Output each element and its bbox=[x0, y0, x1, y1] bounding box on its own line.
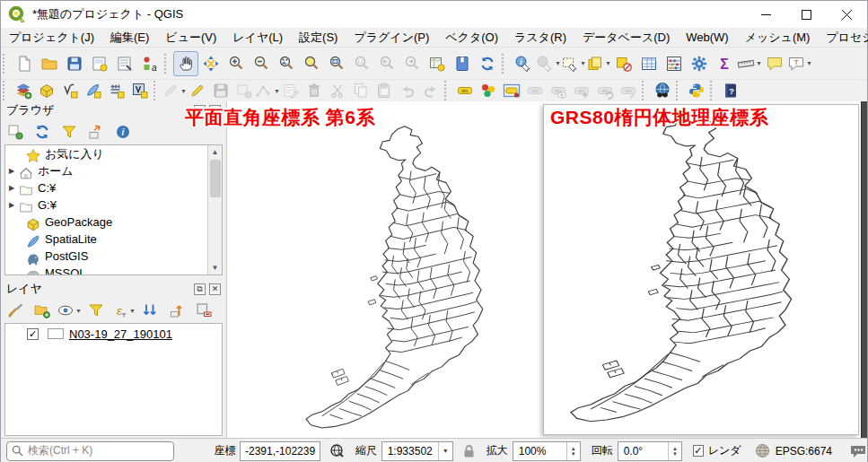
browser-item-[interactable]: ▶ホーム bbox=[5, 162, 222, 179]
menu-l[interactable]: レイヤ(L) bbox=[224, 28, 291, 48]
pin-labels-button[interactable] bbox=[500, 81, 523, 100]
crs-globe-icon[interactable] bbox=[755, 443, 770, 458]
menu-p[interactable]: プラグイン(P) bbox=[346, 28, 437, 48]
scale-combobox[interactable]: 1:933502 ▼ bbox=[381, 441, 453, 461]
menu-d[interactable]: データベース(D) bbox=[574, 28, 678, 48]
scroll-down-icon[interactable]: ▼ bbox=[208, 261, 222, 275]
layer-name[interactable]: N03-19_27_190101 bbox=[69, 327, 172, 341]
coordinate-input[interactable]: -2391,-102239 bbox=[240, 441, 320, 461]
map-canvas[interactable] bbox=[226, 101, 861, 438]
filter-legend-button[interactable] bbox=[85, 300, 107, 321]
new-print-layout-button[interactable] bbox=[87, 51, 112, 76]
style-manager-button[interactable]: a bbox=[137, 51, 162, 76]
add-vector-layer-button[interactable] bbox=[58, 81, 82, 100]
select-by-form-button[interactable]: ▼ bbox=[586, 51, 611, 76]
measure-button[interactable]: ▼ bbox=[737, 51, 762, 76]
zoom-to-layer-button[interactable] bbox=[324, 51, 349, 76]
menu-r[interactable]: ラスタ(R) bbox=[506, 28, 574, 48]
data-source-manager-button[interactable] bbox=[12, 81, 35, 100]
browser-item-spatialite[interactable]: SpatiaLite bbox=[5, 231, 222, 248]
scale-dropdown-icon[interactable]: ▼ bbox=[438, 442, 452, 460]
python-console-button[interactable] bbox=[685, 81, 708, 100]
collapse-all-button[interactable] bbox=[166, 300, 188, 321]
toolbar-drag-handle[interactable] bbox=[3, 81, 10, 100]
filter-by-expression-dropdown-icon[interactable]: ▼ bbox=[129, 308, 136, 314]
map-view-2-window[interactable] bbox=[543, 104, 859, 435]
extent-icon[interactable] bbox=[329, 443, 345, 458]
manage-map-themes-dropdown-icon[interactable]: ▼ bbox=[75, 308, 82, 314]
browser-scrollbar[interactable]: ▲ ▼ bbox=[207, 145, 222, 275]
minimize-button[interactable] bbox=[746, 1, 786, 28]
toggle-editing-button[interactable] bbox=[186, 81, 209, 100]
refresh-map-button[interactable] bbox=[475, 51, 500, 76]
osm-place-search-button[interactable] bbox=[651, 81, 674, 100]
collapse-all-browser-button[interactable] bbox=[85, 121, 107, 143]
zoom-out-button[interactable] bbox=[249, 51, 274, 76]
render-checkbox[interactable]: ✓ bbox=[693, 445, 704, 457]
layout-manager-button[interactable] bbox=[112, 51, 137, 76]
refresh-browser-button[interactable] bbox=[31, 121, 53, 143]
browser-item-c[interactable]: ▶C:¥ bbox=[5, 179, 222, 196]
text-annotation-dropdown-icon[interactable]: ▼ bbox=[806, 60, 812, 66]
spatial-bookmarks-button[interactable] bbox=[450, 51, 475, 76]
measure-dropdown-icon[interactable]: ▼ bbox=[756, 60, 762, 66]
properties-info-button[interactable]: i bbox=[112, 121, 134, 143]
spinner-arrows-icon[interactable]: ▲▼ bbox=[668, 442, 681, 460]
select-features-button[interactable]: ▼ bbox=[561, 51, 586, 76]
help-contents-button[interactable]: ? bbox=[719, 81, 742, 100]
search-input[interactable]: 検索(Ctrl + K) bbox=[6, 441, 174, 461]
layers-close-icon[interactable]: ✕ bbox=[209, 283, 221, 295]
new-map-view-button[interactable] bbox=[425, 51, 450, 76]
add-geopackage-layer-button[interactable] bbox=[35, 81, 58, 100]
browser-item-mssql[interactable]: MSSQL bbox=[5, 265, 222, 275]
layer-row[interactable]: ✓ N03-19_27_190101 bbox=[5, 324, 222, 344]
maximize-button[interactable] bbox=[786, 1, 827, 28]
filter-browser-button[interactable] bbox=[58, 121, 80, 143]
lock-scale-icon[interactable] bbox=[462, 444, 476, 458]
toolbar-drag-handle[interactable] bbox=[3, 54, 10, 74]
menu-c[interactable]: プロセシング(C) bbox=[818, 28, 868, 48]
identify-features-button[interactable]: i bbox=[511, 51, 536, 76]
deselect-features-button[interactable] bbox=[611, 51, 636, 76]
add-virtual-layer-button[interactable] bbox=[128, 81, 152, 100]
add-selected-layers-button[interactable] bbox=[4, 121, 26, 143]
remove-layer-button[interactable] bbox=[193, 300, 215, 321]
expand-arrow-icon[interactable]: ▶ bbox=[5, 184, 18, 192]
menu-s[interactable]: 設定(S) bbox=[291, 28, 346, 48]
select-features-dropdown-icon[interactable]: ▼ bbox=[580, 60, 586, 66]
expand-arrow-icon[interactable]: ▶ bbox=[5, 167, 18, 175]
layer-labeling-button[interactable]: abc bbox=[453, 81, 477, 100]
magnifier-spinbox[interactable]: 100% ▲▼ bbox=[513, 441, 581, 461]
browser-item-[interactable]: お気に入り bbox=[5, 145, 222, 162]
crs-value[interactable]: EPSG:6674 bbox=[776, 445, 832, 458]
open-attribute-table-button[interactable] bbox=[636, 51, 662, 76]
scroll-up-icon[interactable]: ▲ bbox=[208, 145, 222, 159]
layer-diagram-button[interactable] bbox=[477, 81, 500, 100]
menu-v[interactable]: ビュー(V) bbox=[157, 28, 224, 48]
expand-arrow-icon[interactable]: ▶ bbox=[5, 201, 18, 209]
menu-m[interactable]: メッシュ(M) bbox=[737, 28, 819, 48]
zoom-full-button[interactable] bbox=[274, 51, 299, 76]
rotation-spinbox[interactable]: 0.0° ▲▼ bbox=[618, 441, 682, 461]
project-new-button[interactable] bbox=[12, 51, 37, 76]
map-tips-button[interactable] bbox=[762, 51, 787, 76]
open-layer-styling-button[interactable] bbox=[4, 300, 26, 321]
close-button[interactable] bbox=[827, 1, 867, 28]
add-spatialite-layer-button[interactable] bbox=[82, 81, 105, 100]
select-by-form-dropdown-icon[interactable]: ▼ bbox=[605, 60, 611, 66]
menu-webw[interactable]: Web(W) bbox=[678, 29, 736, 46]
browser-item-geopackage[interactable]: GeoPackage bbox=[5, 214, 222, 231]
pan-to-selection-button[interactable] bbox=[198, 51, 224, 76]
spinner-arrows-icon[interactable]: ▲▼ bbox=[566, 442, 580, 460]
browser-item-postgis[interactable]: PostGIS bbox=[5, 248, 222, 265]
manage-map-themes-button[interactable]: ▼ bbox=[58, 300, 80, 321]
add-mesh-layer-button[interactable] bbox=[105, 81, 128, 100]
processing-toolbox-button[interactable] bbox=[687, 51, 712, 76]
zoom-to-selection-button[interactable] bbox=[299, 51, 324, 76]
layer-visibility-checkbox[interactable]: ✓ bbox=[27, 328, 39, 340]
menu-e[interactable]: 編集(E) bbox=[102, 28, 157, 48]
scroll-thumb[interactable] bbox=[210, 160, 221, 197]
layers-float-icon[interactable]: ⧉ bbox=[194, 283, 206, 295]
browser-item-g[interactable]: ▶G:¥ bbox=[5, 196, 222, 214]
text-annotation-button[interactable]: T▼ bbox=[787, 51, 812, 76]
